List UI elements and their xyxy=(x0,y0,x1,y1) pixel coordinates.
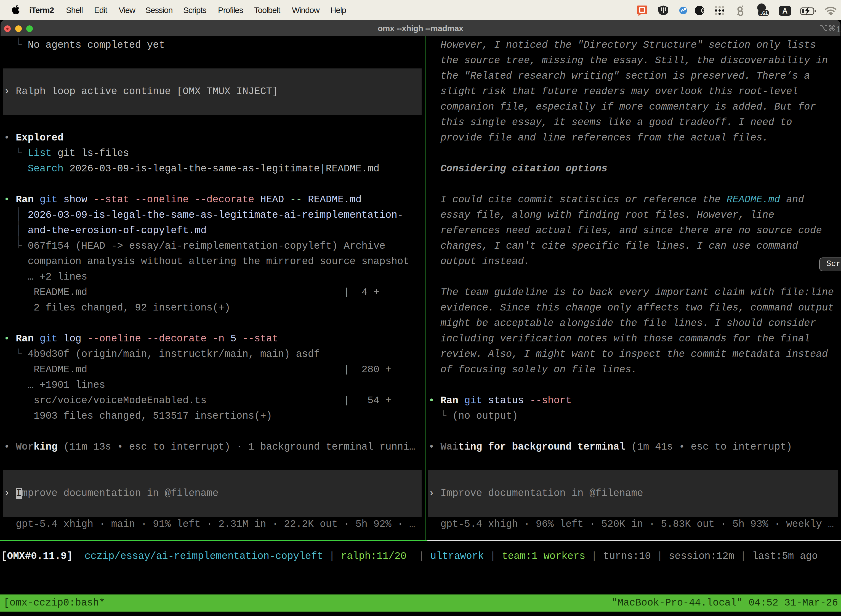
svg-text:..61: ..61 xyxy=(759,10,768,16)
svg-text:A: A xyxy=(782,7,788,15)
